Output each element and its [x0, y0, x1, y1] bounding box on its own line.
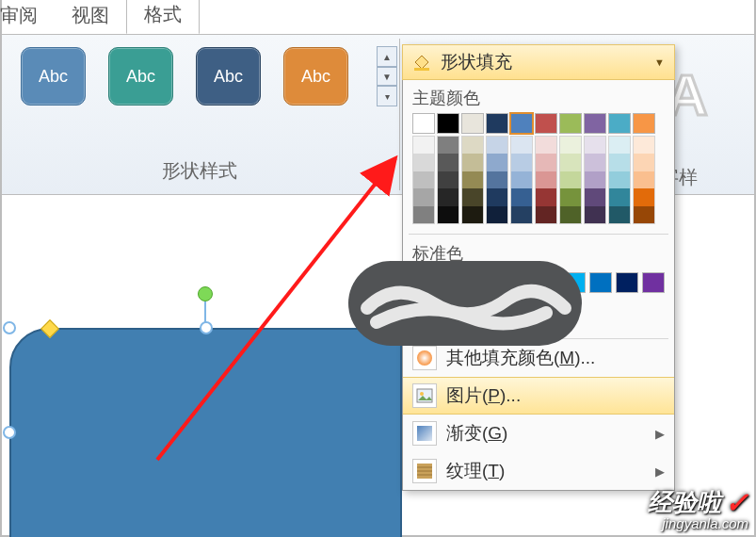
color-swatch[interactable] — [461, 206, 484, 224]
shape-style-preset[interactable]: Abc — [21, 47, 86, 106]
color-swatch[interactable] — [437, 136, 459, 154]
dropdown-arrow-icon: ▼ — [654, 57, 665, 68]
color-swatch[interactable] — [633, 171, 655, 188]
color-swatch[interactable] — [633, 188, 655, 205]
color-swatch[interactable] — [535, 113, 557, 134]
rotate-handle[interactable] — [198, 286, 213, 301]
color-swatch[interactable] — [608, 154, 631, 171]
menu-label: 图片(P)... — [446, 383, 521, 408]
color-swatch[interactable] — [486, 136, 508, 154]
color-swatch[interactable] — [559, 206, 582, 224]
color-swatch[interactable] — [412, 206, 435, 224]
color-swatch[interactable] — [461, 154, 484, 171]
color-swatch[interactable] — [486, 154, 508, 171]
style-gallery-scroll: ▲ ▼ ▾ — [377, 46, 397, 106]
color-swatch[interactable] — [633, 154, 655, 171]
color-swatch[interactable] — [584, 188, 606, 205]
color-swatch[interactable] — [412, 113, 435, 134]
gradient-fill-item[interactable]: 渐变(G) ▶ — [403, 415, 674, 452]
theme-color-row — [412, 113, 665, 134]
color-swatch[interactable] — [584, 113, 606, 134]
color-swatch[interactable] — [412, 136, 435, 154]
watermark: 经验啦✓ jingyanla.com — [648, 486, 748, 531]
color-swatch[interactable] — [510, 206, 533, 224]
resize-handle[interactable] — [3, 426, 16, 439]
color-swatch[interactable] — [584, 206, 606, 224]
submenu-arrow-icon: ▶ — [655, 427, 665, 441]
color-swatch[interactable] — [412, 154, 435, 171]
color-swatch[interactable] — [510, 171, 533, 188]
shape-style-preset[interactable]: Abc — [108, 47, 173, 106]
color-swatch[interactable] — [412, 188, 435, 205]
shape-style-preset[interactable]: Abc — [196, 47, 261, 106]
color-swatch[interactable] — [412, 171, 435, 188]
color-swatch[interactable] — [608, 113, 631, 134]
shape-fill-button[interactable]: 形状填充 ▼ — [402, 44, 675, 80]
shape-styles-group: Abc Abc Abc Abc ▲ ▼ ▾ 形状样式 — [2, 46, 397, 187]
resize-handle[interactable] — [3, 321, 16, 334]
svg-rect-4 — [417, 426, 432, 441]
selected-shape[interactable] — [2, 322, 402, 537]
color-swatch[interactable] — [633, 136, 655, 154]
color-swatch[interactable] — [437, 154, 459, 171]
color-swatch[interactable] — [616, 272, 638, 293]
color-swatch[interactable] — [437, 188, 459, 205]
texture-icon — [412, 459, 437, 483]
color-swatch[interactable] — [437, 113, 459, 134]
gallery-more-button[interactable]: ▾ — [377, 86, 397, 106]
color-swatch[interactable] — [461, 171, 484, 188]
color-swatch[interactable] — [486, 188, 508, 205]
tab-format[interactable]: 格式 — [126, 0, 200, 34]
resize-handle[interactable] — [200, 321, 213, 334]
color-swatch[interactable] — [608, 206, 631, 224]
color-swatch[interactable] — [559, 113, 582, 134]
color-swatch[interactable] — [642, 272, 665, 293]
shape-style-preset[interactable]: Abc — [283, 47, 348, 106]
color-swatch[interactable] — [437, 171, 459, 188]
color-swatch[interactable] — [437, 206, 459, 224]
color-swatch[interactable] — [535, 136, 557, 154]
tab-review[interactable]: 审阅 — [0, 0, 55, 34]
color-swatch[interactable] — [559, 136, 582, 154]
svg-point-1 — [417, 350, 432, 366]
submenu-arrow-icon: ▶ — [655, 464, 665, 479]
color-wheel-icon — [412, 346, 437, 370]
color-swatch[interactable] — [510, 154, 533, 171]
color-swatch[interactable] — [559, 154, 582, 171]
tab-view[interactable]: 视图 — [55, 0, 126, 34]
menu-label: 其他填充颜色(M)... — [446, 346, 595, 370]
theme-colors-label: 主题颜色 — [403, 79, 674, 113]
color-swatch[interactable] — [584, 136, 606, 154]
color-swatch[interactable] — [461, 188, 484, 205]
gallery-down-button[interactable]: ▼ — [377, 67, 397, 86]
color-swatch[interactable] — [584, 171, 606, 188]
color-swatch[interactable] — [633, 113, 655, 134]
color-swatch[interactable] — [584, 154, 606, 171]
picture-fill-item[interactable]: 图片(P)... — [403, 377, 674, 415]
color-swatch[interactable] — [535, 206, 557, 224]
color-swatch[interactable] — [559, 188, 582, 205]
color-swatch[interactable] — [461, 136, 484, 154]
color-swatch[interactable] — [535, 154, 557, 171]
color-swatch[interactable] — [559, 171, 582, 188]
color-swatch[interactable] — [608, 136, 631, 154]
color-swatch[interactable] — [510, 136, 533, 154]
color-swatch[interactable] — [535, 188, 557, 205]
gallery-up-button[interactable]: ▲ — [377, 46, 397, 67]
color-swatch[interactable] — [633, 206, 655, 224]
color-swatch[interactable] — [589, 272, 612, 293]
color-swatch[interactable] — [535, 171, 557, 188]
color-swatch[interactable] — [486, 206, 508, 224]
texture-fill-item[interactable]: 纹理(T) ▶ — [403, 452, 674, 490]
color-swatch[interactable] — [510, 188, 533, 205]
svg-point-3 — [420, 392, 424, 396]
ribbon-tabs: 审阅 视图 格式 — [0, 0, 200, 34]
color-swatch[interactable] — [608, 171, 631, 188]
color-swatch[interactable] — [486, 113, 508, 134]
color-swatch[interactable] — [510, 113, 533, 134]
shape-fill-label: 形状填充 — [441, 50, 512, 74]
paint-bucket-icon — [410, 51, 433, 73]
color-swatch[interactable] — [461, 113, 484, 134]
color-swatch[interactable] — [608, 188, 631, 205]
color-swatch[interactable] — [486, 171, 508, 188]
